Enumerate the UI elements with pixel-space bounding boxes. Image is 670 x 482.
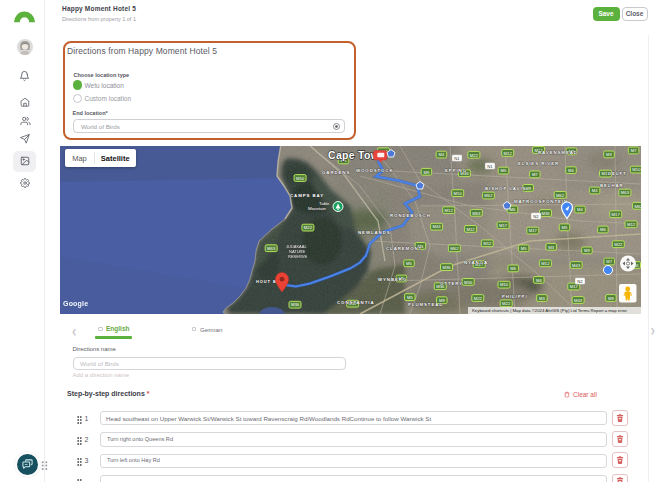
svg-text:M7: M7 <box>606 259 612 264</box>
svg-text:M4: M4 <box>577 207 583 212</box>
svg-text:N2: N2 <box>533 213 539 218</box>
svg-text:M12: M12 <box>627 222 636 227</box>
svg-text:M9: M9 <box>423 169 429 174</box>
svg-text:NEWLANDS: NEWLANDS <box>358 230 391 235</box>
svg-text:WYNBERG: WYNBERG <box>378 277 407 282</box>
svg-text:N1: N1 <box>487 163 493 168</box>
svg-text:M17: M17 <box>570 284 579 289</box>
svg-text:Cape Tow: Cape Tow <box>328 148 380 160</box>
svg-text:M62: M62 <box>635 203 641 208</box>
svg-text:M3: M3 <box>548 244 554 249</box>
svg-text:ELSIES RIVER: ELSIES RIVER <box>518 161 559 166</box>
svg-text:M43: M43 <box>433 224 442 229</box>
svg-text:M10: M10 <box>296 175 305 180</box>
svg-text:M10: M10 <box>500 282 509 287</box>
svg-text:M22: M22 <box>474 295 483 300</box>
svg-text:RESERVE: RESERVE <box>288 254 307 259</box>
svg-text:M10: M10 <box>454 190 463 195</box>
svg-text:M12: M12 <box>467 226 476 231</box>
svg-text:Mountain: Mountain <box>308 206 327 211</box>
svg-text:BISHOP LAVIS: BISHOP LAVIS <box>485 186 526 191</box>
svg-text:NYANGA: NYANGA <box>464 260 488 265</box>
svg-text:M5: M5 <box>407 294 413 299</box>
svg-text:M17: M17 <box>529 228 538 233</box>
svg-text:M17: M17 <box>499 222 508 227</box>
svg-text:M6: M6 <box>510 207 516 212</box>
svg-text:M12: M12 <box>541 261 550 266</box>
svg-text:M62: M62 <box>556 192 565 197</box>
svg-text:N2: N2 <box>577 278 583 283</box>
svg-text:M9: M9 <box>608 295 614 300</box>
svg-text:CAMPS BAY: CAMPS BAY <box>290 192 324 197</box>
svg-text:Google: Google <box>63 300 88 308</box>
svg-text:M36: M36 <box>541 210 550 215</box>
svg-text:M36: M36 <box>291 302 300 307</box>
svg-text:BELHAR: BELHAR <box>600 183 624 188</box>
svg-text:RAVENSMEAD: RAVENSMEAD <box>538 150 578 155</box>
svg-text:M6: M6 <box>600 227 606 232</box>
svg-text:N1: N1 <box>454 155 460 160</box>
svg-text:CONSTANTIA: CONSTANTIA <box>337 300 374 305</box>
svg-text:CLAREMONT: CLAREMONT <box>386 246 422 251</box>
svg-text:M22: M22 <box>614 241 623 246</box>
svg-text:RONDEBOSCH: RONDEBOSCH <box>390 213 431 218</box>
svg-text:EPPING: EPPING <box>445 168 467 173</box>
svg-text:M12: M12 <box>445 207 454 212</box>
svg-text:M36: M36 <box>464 279 473 284</box>
svg-text:M62: M62 <box>484 193 493 198</box>
svg-text:M43: M43 <box>574 297 583 302</box>
svg-text:M10: M10 <box>632 167 641 172</box>
svg-text:PHILIPPI: PHILIPPI <box>502 294 528 299</box>
svg-text:M22: M22 <box>304 225 313 230</box>
svg-text:M4: M4 <box>592 188 598 193</box>
svg-text:M5: M5 <box>521 246 527 251</box>
svg-text:GARDENS: GARDENS <box>322 170 350 175</box>
svg-text:WOODSTOCK: WOODSTOCK <box>356 168 394 173</box>
svg-text:M6: M6 <box>510 266 516 271</box>
svg-text:M3: M3 <box>539 295 545 300</box>
svg-text:M9: M9 <box>584 248 590 253</box>
svg-text:M4: M4 <box>536 277 542 282</box>
svg-text:M63: M63 <box>621 190 630 195</box>
svg-text:M17: M17 <box>612 211 621 216</box>
svg-text:PLUMSTEAD: PLUMSTEAD <box>408 302 443 307</box>
svg-text:M7: M7 <box>631 148 637 153</box>
svg-text:M12: M12 <box>483 241 492 246</box>
svg-text:M5: M5 <box>562 225 568 230</box>
svg-text:M7: M7 <box>532 172 538 177</box>
svg-text:M22: M22 <box>502 301 511 306</box>
svg-text:M4: M4 <box>568 167 574 172</box>
svg-text:M63: M63 <box>472 210 481 215</box>
svg-text:DELFT: DELFT <box>608 171 627 176</box>
svg-text:MATROOSFONTEIN: MATROOSFONTEIN <box>514 199 568 204</box>
svg-text:M63: M63 <box>267 245 276 250</box>
svg-text:Keyboard shortcuts | Map data: Keyboard shortcuts | Map data ©2024 Afri… <box>472 308 627 313</box>
svg-text:M3: M3 <box>606 152 612 157</box>
svg-text:M5: M5 <box>406 261 412 266</box>
svg-text:M36: M36 <box>442 264 451 269</box>
svg-text:OTTERY: OTTERY <box>440 281 463 286</box>
svg-text:M5: M5 <box>501 168 507 173</box>
svg-text:M4: M4 <box>438 152 444 157</box>
svg-text:M62: M62 <box>450 246 459 251</box>
svg-text:M22: M22 <box>470 152 479 157</box>
svg-text:M12: M12 <box>504 150 513 155</box>
svg-text:M43: M43 <box>572 262 581 267</box>
